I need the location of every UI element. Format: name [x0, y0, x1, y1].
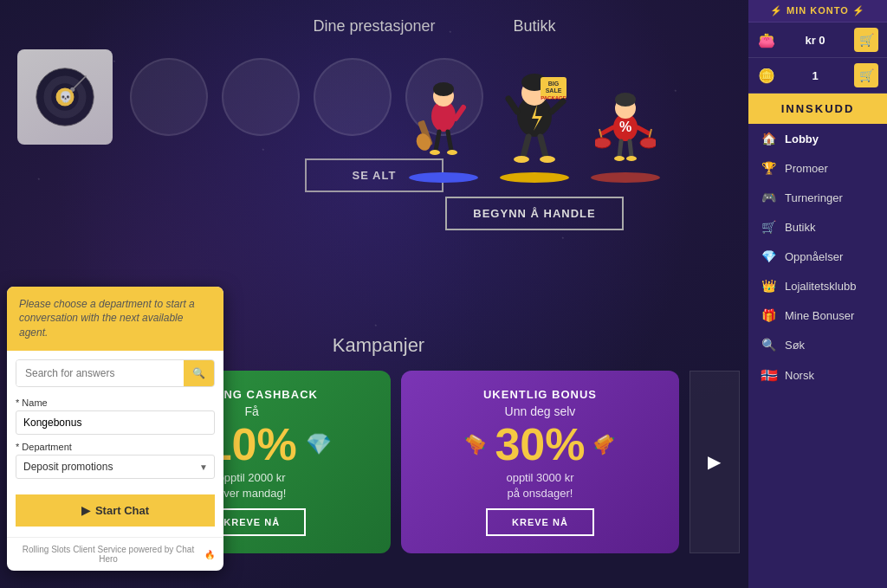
- sok-icon: 🔍: [761, 338, 776, 352]
- achievement-badge: 💀: [17, 49, 113, 145]
- oppnaelser-icon: 💎: [761, 249, 776, 263]
- svg-text:%: %: [619, 120, 631, 134]
- svg-line-35: [602, 127, 613, 133]
- svg-line-36: [638, 127, 649, 133]
- turneringer-label: Turneringer: [785, 191, 875, 204]
- lojalitetsklubb-icon: 👑: [761, 279, 776, 293]
- svg-point-39: [595, 138, 611, 148]
- chat-search-button[interactable]: 🔍: [184, 360, 214, 386]
- start-chat-label: Start Chat: [95, 504, 149, 517]
- name-label-text: * Name: [16, 397, 48, 408]
- gun-icon-card-2: 🔫: [590, 429, 621, 460]
- dept-select[interactable]: Deposit promotions Technical Support Gen…: [16, 455, 215, 479]
- chat-widget: Please choose a department to start a co…: [7, 287, 223, 571]
- coins-row: 🪙 1 🛒: [748, 58, 887, 94]
- main-content: ★ ★ ★ ★ ★ ★ ★ ★ ★ Dine prestasjoner: [0, 0, 748, 588]
- fire-icon: 🔥: [204, 550, 215, 559]
- coins-value: 1: [781, 69, 849, 82]
- svg-point-9: [433, 82, 454, 96]
- lobby-icon: 🏠: [761, 132, 776, 145]
- dept-label-text: * Department: [16, 442, 72, 452]
- mine-bonuser-icon: 🎁: [761, 308, 776, 322]
- svg-line-41: [619, 141, 621, 157]
- chat-footer-text: Rolling Slots Client Service powered by …: [16, 545, 201, 564]
- butikk-characters: BIG SALE PACKAGE: [329, 44, 740, 183]
- sidebar-item-mine-bonuser[interactable]: 🎁 Mine Bonuser: [748, 300, 887, 330]
- svg-point-34: [615, 93, 636, 107]
- dept-label: * Department: [16, 442, 215, 452]
- dept-select-wrapper: Deposit promotions Technical Support Gen…: [16, 455, 215, 479]
- coins-cart-button[interactable]: 🛒: [854, 63, 878, 87]
- character-3: %: [591, 77, 660, 183]
- butikk-section: Butikk: [329, 17, 740, 230]
- flag-icon: 🇳🇴: [761, 367, 778, 384]
- svg-point-15: [430, 150, 440, 155]
- svg-point-29: [514, 156, 529, 163]
- chat-search-input[interactable]: [16, 360, 184, 386]
- language-label: Norsk: [785, 369, 814, 382]
- drummer-icon: %: [595, 77, 656, 172]
- svg-line-13: [436, 132, 439, 151]
- bonus-percentage: 30%: [495, 422, 585, 467]
- svg-line-42: [630, 141, 631, 157]
- bonus-get-label: Unn deg selv: [505, 404, 576, 418]
- butikk-action-button[interactable]: BEGYNN Å HANDLE: [445, 197, 623, 230]
- svg-point-40: [640, 138, 656, 148]
- chat-form: * Name * Department Deposit promotions T…: [7, 392, 223, 491]
- wallet-icon: 👛: [757, 32, 776, 48]
- next-arrow-icon[interactable]: ▶: [708, 451, 721, 472]
- promoer-label: Promoer: [785, 162, 875, 175]
- platform-2: [500, 172, 569, 183]
- achievement-circle-2: [222, 58, 300, 136]
- svg-line-26: [552, 101, 563, 112]
- sidebar-item-lobby[interactable]: 🏠 Lobby: [748, 124, 887, 153]
- sidebar-item-sok[interactable]: 🔍 Søk: [748, 330, 887, 359]
- cashback-get-label: Få: [245, 404, 259, 418]
- svg-line-12: [456, 107, 463, 119]
- sidebar-item-oppnaelser[interactable]: 💎 Oppnåelser: [748, 242, 887, 271]
- language-selector[interactable]: 🇳🇴 Norsk: [748, 359, 887, 391]
- innskudd-button[interactable]: INNSKUDD: [748, 94, 887, 124]
- lojalitetsklubb-label: Lojalitetsklubb: [785, 280, 875, 293]
- svg-point-30: [540, 156, 555, 163]
- butikk-nav-label: Butikk: [785, 221, 875, 234]
- svg-line-28: [541, 137, 546, 157]
- bonus-kreve-button[interactable]: KREVE NÅ: [486, 508, 594, 536]
- svg-line-14: [448, 132, 451, 151]
- character-1: [409, 77, 478, 183]
- platform-3: [591, 172, 660, 183]
- start-chat-button[interactable]: ▶ Start Chat: [16, 494, 215, 527]
- nav-arrow-container[interactable]: ▶: [690, 371, 740, 553]
- right-sidebar: ⚡ MIN KONTO ⚡ 👛 kr 0 🛒 🪙 1 🛒 INNSKUDD 🏠 …: [748, 0, 887, 588]
- bonus-percentage-row: 🔫 30% 🔫: [463, 418, 617, 470]
- svg-point-16: [447, 150, 457, 155]
- bonus-subtitle: opptil 3000 krpå onsdager!: [506, 470, 573, 501]
- balance-value: kr 0: [781, 34, 849, 47]
- svg-line-27: [523, 137, 528, 157]
- butikk-icon: 🛒: [761, 220, 776, 234]
- account-header: ⚡ MIN KONTO ⚡: [748, 0, 887, 23]
- butikk-title: Butikk: [329, 17, 740, 36]
- sidebar-item-turneringer[interactable]: 🎮 Turneringer: [748, 183, 887, 212]
- sidebar-item-lojalitetsklubb[interactable]: 👑 Lojalitetsklubb: [748, 271, 887, 300]
- svg-point-44: [626, 156, 637, 161]
- sok-label: Søk: [785, 339, 875, 352]
- character-2: BIG SALE PACKAGE: [495, 60, 573, 183]
- coins-icon: 🪙: [757, 68, 776, 84]
- mine-bonuser-label: Mine Bonuser: [785, 309, 875, 322]
- diamond-icon-right: 💎: [306, 432, 332, 456]
- bonus-card-title: UKENTLIG BONUS: [483, 388, 597, 401]
- sidebar-item-butikk[interactable]: 🛒 Butikk: [748, 212, 887, 242]
- svg-point-43: [614, 156, 625, 161]
- lobby-label: Lobby: [785, 132, 875, 145]
- cashback-subtitle: opptil 2000 krhver mandag!: [217, 470, 287, 501]
- platform-1: [409, 172, 478, 183]
- start-chat-icon: ▶: [81, 504, 90, 517]
- oppnaelser-label: Oppnåelser: [785, 250, 875, 263]
- chat-search-container: 🔍: [16, 359, 215, 387]
- gun-icon-card: 🔫: [459, 429, 490, 460]
- name-input[interactable]: [16, 410, 215, 435]
- balance-cart-button[interactable]: 🛒: [854, 28, 878, 52]
- achievement-circle-1: [130, 58, 208, 136]
- sidebar-item-promoer[interactable]: 🏆 Promoer: [748, 153, 887, 183]
